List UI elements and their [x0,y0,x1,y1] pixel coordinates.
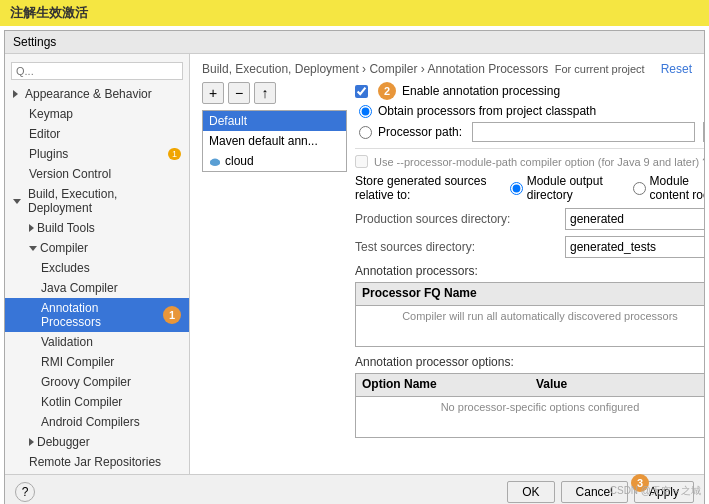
sidebar-item-kotlin-compiler[interactable]: Kotlin Compiler [5,392,189,412]
search-input[interactable] [11,62,183,80]
processor-path-radio[interactable] [359,126,372,139]
divider [355,148,704,149]
sidebar: Appearance & Behavior Keymap Editor Plug… [5,54,190,474]
sidebar-label: Build Tools [37,221,95,235]
sidebar-item-compiler[interactable]: Compiler [5,238,189,258]
table-header-options: Option Name Value + [356,374,704,397]
obtain-processors-radio[interactable] [359,105,372,118]
option-value-col: Value [536,377,704,393]
sidebar-item-annotation-processors[interactable]: Annotation Processors 1 [5,298,189,332]
plugins-badge: 1 [168,148,181,160]
add-profile-button[interactable]: + [202,82,224,104]
annotation-processors-label: Annotation processors: [355,264,704,278]
annotation-processors-table: Processor FQ Name + Compiler will run al… [355,282,704,347]
dialog-titlebar: Settings [5,31,704,54]
module-output-label[interactable]: Module output directory [510,174,617,202]
dialog-body: Appearance & Behavior Keymap Editor Plug… [5,54,704,474]
sidebar-item-editor[interactable]: Editor [5,124,189,144]
sidebar-item-build-tools[interactable]: Build Tools [5,218,189,238]
sidebar-label: Plugins [29,147,68,161]
sidebar-label: Keymap [29,107,73,121]
sidebar-label: Appearance & Behavior [25,87,152,101]
sidebar-item-build-execution[interactable]: Build, Execution, Deployment [5,184,189,218]
profile-item-maven[interactable]: Maven default ann... [203,131,346,151]
sidebar-label: Groovy Compiler [41,375,131,389]
breadcrumb-path: Build, Execution, Deployment › Compiler … [202,62,548,76]
use-module-path-row: Use --processor-module-path compiler opt… [355,155,704,168]
step2-badge: 2 [378,82,396,100]
expand-icon [29,438,34,446]
ok-button[interactable]: OK [507,481,554,503]
browse-path-button[interactable]: … [703,122,704,142]
sidebar-item-version-control[interactable]: Version Control [5,164,189,184]
cloud-icon [209,155,221,167]
profile-item-default[interactable]: Default [203,111,346,131]
for-current-label: For current project [555,63,645,75]
expand-icon [13,199,21,204]
sidebar-item-groovy-compiler[interactable]: Groovy Compiler [5,372,189,392]
production-sources-label: Production sources directory: [355,212,565,226]
sidebar-label: Android Compilers [41,415,140,429]
profile-label: Maven default ann... [209,134,318,148]
sidebar-label: Validation [41,335,93,349]
module-content-label[interactable]: Module content root [633,174,704,202]
enable-processing-checkbox[interactable] [355,85,368,98]
top-banner: 注解生效激活 [0,0,709,26]
annotation-badge: 1 [163,306,181,324]
main-content: Build, Execution, Deployment › Compiler … [190,54,704,474]
profile-label: cloud [225,154,254,168]
module-output-radio[interactable] [510,182,523,195]
table-header-processors: Processor FQ Name + [356,283,704,306]
sidebar-label: Debugger [37,435,90,449]
remove-profile-button[interactable]: − [228,82,250,104]
processor-fq-col: Processor FQ Name [362,286,704,302]
sidebar-label: Editor [29,127,60,141]
obtain-processors-row: Obtain processors from project classpath [355,104,704,118]
sidebar-item-debugger[interactable]: Debugger [5,432,189,452]
profile-list: Default Maven default ann... cloud [202,110,347,172]
help-button[interactable]: ? [15,482,35,502]
sidebar-item-validation[interactable]: Validation [5,332,189,352]
annotation-options-section: Annotation processor options: Option Nam… [355,355,704,438]
sidebar-item-android-compilers[interactable]: Android Compilers [5,412,189,432]
annotation-options-label: Annotation processor options: [355,355,704,369]
production-sources-input[interactable] [565,208,704,230]
processors-empty-msg: Compiler will run all automatically disc… [356,306,704,346]
watermark: CSDN @天空～之城 [610,484,701,498]
sidebar-label: Excludes [41,261,90,275]
test-sources-row: Test sources directory: [355,236,704,258]
expand-icon [29,246,37,251]
sidebar-label: Build, Execution, Deployment [28,187,181,215]
sidebar-label: Version Control [29,167,111,181]
settings-dialog: Settings Appearance & Behavior Keymap Ed… [4,30,705,504]
sidebar-item-remote-jar[interactable]: Remote Jar Repositories [5,452,189,472]
sidebar-item-excludes[interactable]: Excludes [5,258,189,278]
enable-processing-row: 2 Enable annotation processing [355,82,704,100]
processor-path-input[interactable] [472,122,695,142]
store-sources-row: Store generated sources relative to: Mod… [355,174,704,202]
annotation-processors-section: Annotation processors: Processor FQ Name… [355,264,704,347]
options-empty-msg: No processor-specific options configured [356,397,704,437]
expand-icon [13,90,18,98]
profile-toolbar: + − ↑ [202,82,347,104]
use-module-path-label: Use --processor-module-path compiler opt… [374,156,704,168]
sidebar-item-rmi-compiler[interactable]: RMI Compiler [5,352,189,372]
svg-point-3 [212,159,219,164]
store-sources-label: Store generated sources relative to: [355,174,498,202]
reset-button[interactable]: Reset [661,62,692,76]
processor-path-label: Processor path: [378,125,462,139]
sidebar-label: Annotation Processors [41,301,159,329]
sidebar-item-appearance[interactable]: Appearance & Behavior [5,84,189,104]
profile-item-cloud[interactable]: cloud [203,151,346,171]
sidebar-item-plugins[interactable]: Plugins 1 [5,144,189,164]
test-sources-input[interactable] [565,236,704,258]
module-content-radio[interactable] [633,182,646,195]
expand-icon [29,224,34,232]
dialog-bottom-bar: ? OK Cancel Apply 3 [5,474,704,504]
profile-label: Default [209,114,247,128]
sidebar-item-java-compiler[interactable]: Java Compiler [5,278,189,298]
use-module-path-checkbox[interactable] [355,155,368,168]
move-up-button[interactable]: ↑ [254,82,276,104]
sidebar-item-keymap[interactable]: Keymap [5,104,189,124]
sidebar-label: RMI Compiler [41,355,114,369]
